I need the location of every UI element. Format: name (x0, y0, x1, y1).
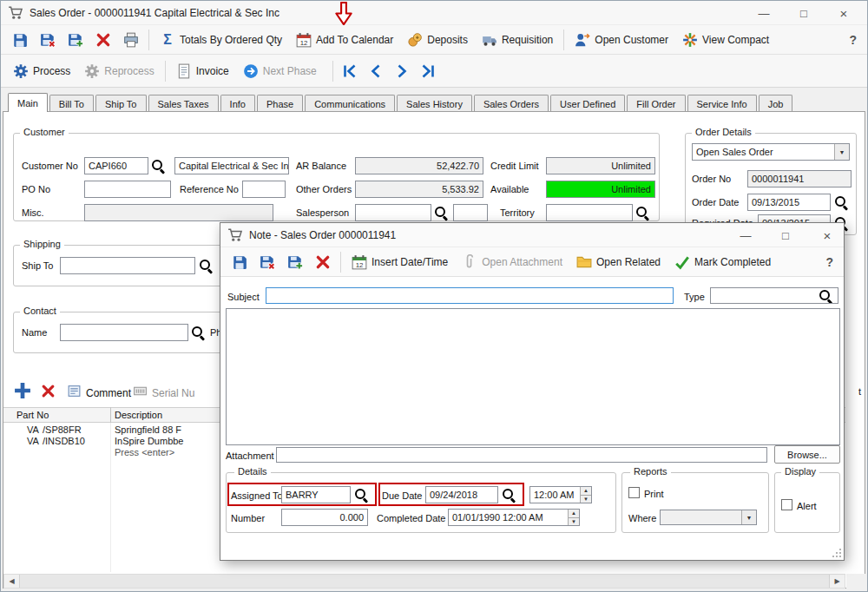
nav-previous-button[interactable] (363, 55, 389, 87)
tab-phase[interactable]: Phase (257, 95, 303, 112)
ship-to-search-icon[interactable] (197, 257, 214, 274)
nav-next-button[interactable] (389, 55, 415, 87)
comment-button-label[interactable]: Comment (86, 387, 131, 399)
save-close-button[interactable] (34, 25, 62, 54)
note-body-textarea[interactable] (226, 308, 840, 445)
due-date-field[interactable]: 09/24/2018 (425, 486, 498, 503)
close-button[interactable]: × (829, 1, 858, 25)
tab-job[interactable]: Job (759, 95, 793, 112)
customer-no-field[interactable]: CAPI660 (84, 157, 148, 174)
contact-name-field[interactable] (60, 324, 188, 341)
order-status-dropdown[interactable]: Open Sales Order ▼ (692, 143, 850, 161)
tab-sales-history[interactable]: Sales History (397, 95, 472, 112)
customer-name-field[interactable]: Capital Electrical & Sec In (174, 157, 289, 174)
maximize-button[interactable]: □ (789, 1, 819, 25)
ship-to-field[interactable] (60, 257, 195, 274)
alert-checkbox[interactable] (781, 499, 792, 510)
totals-by-ordered-qty-button[interactable]: Σ Totals By Ordered Qty (153, 25, 289, 54)
serial-numbers-button-label[interactable]: Serial Nu (152, 387, 194, 399)
note-delete-button[interactable] (309, 247, 337, 276)
open-customer-button[interactable]: Open Customer (568, 25, 675, 54)
scrollbar-thumb[interactable] (19, 575, 830, 588)
assigned-to-label: Assigned To (231, 490, 283, 501)
browse-button[interactable]: Browse... (774, 445, 840, 464)
tab-communications[interactable]: Communications (305, 95, 395, 112)
note-minimize-button[interactable]: — (731, 223, 760, 247)
tab-sales-taxes[interactable]: Sales Taxes (148, 95, 219, 112)
open-attachment-button[interactable]: Open Attachment (455, 247, 569, 276)
view-compact-icon (682, 32, 698, 48)
tab-main[interactable]: Main (8, 93, 48, 112)
order-date-field[interactable]: 09/13/2015 (747, 194, 831, 211)
salesperson-field[interactable] (355, 204, 431, 221)
tab-service-info[interactable]: Service Info (687, 95, 757, 112)
requisition-button[interactable]: Requisition (475, 25, 560, 54)
chevron-down-icon: ▼ (741, 510, 756, 524)
salesperson-search-icon[interactable] (432, 204, 450, 221)
salesperson-name-field[interactable] (453, 204, 488, 221)
note-save-close-button[interactable] (253, 247, 281, 276)
note-help-button[interactable]: ? (815, 255, 844, 269)
note-close-button[interactable]: × (812, 223, 842, 247)
due-time-spinner[interactable]: 12:00 AM ▲▼ (529, 486, 592, 503)
insert-datetime-button[interactable]: 12 Insert Date/Time (345, 247, 455, 276)
nav-first-button[interactable] (337, 55, 363, 87)
scroll-left-arrow[interactable]: ◀ (4, 575, 19, 588)
help-button[interactable]: ? (838, 33, 867, 47)
tab-bill-to[interactable]: Bill To (49, 95, 94, 112)
resize-grip[interactable] (832, 548, 842, 558)
grid-col-part-no[interactable]: Part No (16, 410, 49, 420)
delete-line-button[interactable] (41, 384, 56, 398)
deposits-button[interactable]: Deposits (400, 25, 475, 54)
po-no-field[interactable] (84, 181, 171, 198)
add-to-calendar-button[interactable]: 12 Add To Calendar (289, 25, 400, 54)
completed-date-value: 01/01/1990 12:00 AM (452, 512, 543, 523)
view-compact-button[interactable]: View Compact (675, 25, 776, 54)
tab-info[interactable]: Info (220, 95, 255, 112)
subject-input[interactable] (266, 287, 674, 304)
where-dropdown[interactable]: ▼ (660, 510, 757, 525)
minimize-button[interactable]: — (749, 1, 779, 25)
customer-no-search-icon[interactable] (149, 157, 167, 174)
territory-search-icon[interactable] (634, 204, 651, 221)
grid-col-description[interactable]: Description (115, 410, 162, 420)
reprocess-button[interactable]: Reprocess (77, 55, 161, 87)
tab-sales-orders[interactable]: Sales Orders (474, 95, 549, 112)
add-line-button[interactable] (13, 381, 32, 400)
contact-name-search-icon[interactable] (189, 324, 207, 341)
number-field[interactable]: 0.000 (281, 509, 368, 526)
assigned-to-field[interactable]: BARRY (281, 486, 351, 503)
note-save-button[interactable] (226, 247, 253, 276)
tab-user-defined[interactable]: User Defined (550, 95, 625, 112)
comment-icon[interactable] (67, 384, 82, 398)
serial-numbers-icon[interactable] (133, 384, 148, 398)
delete-button[interactable] (89, 25, 117, 54)
type-input[interactable] (710, 287, 838, 304)
tab-fill-order[interactable]: Fill Order (627, 95, 685, 112)
attachment-input[interactable] (276, 447, 767, 463)
spinner-arrows-icon[interactable]: ▲▼ (580, 487, 591, 503)
due-date-picker-icon[interactable] (500, 486, 517, 503)
save-new-button[interactable] (62, 25, 89, 54)
open-related-button[interactable]: Open Related (569, 247, 667, 276)
process-button[interactable]: Process (6, 55, 77, 87)
territory-field[interactable] (546, 204, 633, 221)
save-button[interactable] (6, 25, 34, 54)
tab-ship-to[interactable]: Ship To (95, 95, 147, 112)
nav-last-button[interactable] (415, 55, 441, 87)
print-checkbox[interactable] (628, 487, 640, 498)
order-date-picker-icon[interactable] (832, 194, 850, 211)
scroll-right-arrow[interactable]: ▶ (830, 575, 845, 588)
print-button[interactable] (117, 25, 145, 54)
spinner-arrows-icon[interactable]: ▲▼ (568, 510, 579, 525)
note-maximize-button[interactable]: □ (771, 223, 800, 247)
assigned-to-search-icon[interactable] (352, 486, 370, 503)
reference-no-field[interactable] (242, 181, 286, 198)
next-phase-button[interactable]: Next Phase (236, 55, 324, 87)
note-save-new-button[interactable] (281, 247, 309, 276)
completed-date-spinner[interactable]: 01/01/1990 12:00 AM ▲▼ (448, 509, 580, 526)
type-search-icon[interactable] (817, 287, 834, 304)
invoice-button[interactable]: Invoice (169, 55, 236, 87)
misc-field[interactable] (84, 204, 273, 221)
mark-completed-button[interactable]: Mark Completed (667, 247, 778, 276)
